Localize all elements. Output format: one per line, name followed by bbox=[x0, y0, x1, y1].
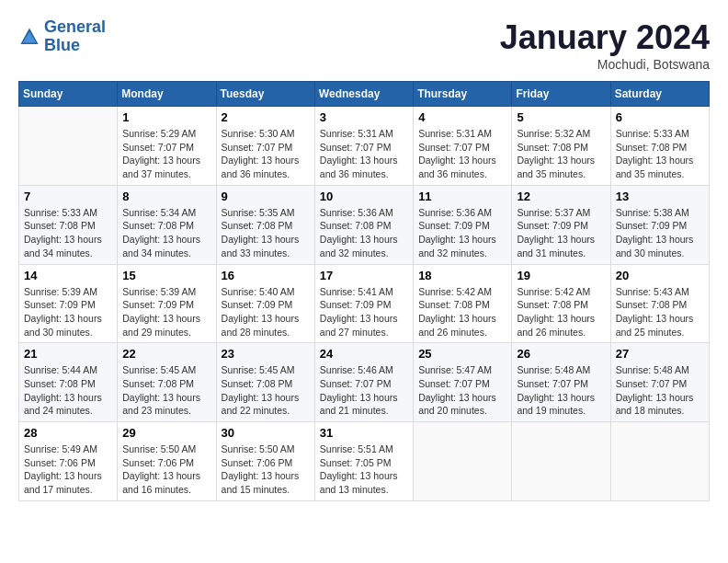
calendar-cell: 8Sunrise: 5:34 AMSunset: 7:08 PMDaylight… bbox=[118, 185, 216, 264]
day-number: 5 bbox=[517, 110, 605, 124]
day-number: 29 bbox=[122, 426, 210, 440]
day-number: 4 bbox=[418, 110, 506, 124]
day-number: 24 bbox=[320, 347, 408, 361]
day-number: 7 bbox=[24, 190, 112, 203]
logo-icon bbox=[18, 26, 40, 48]
calendar-cell bbox=[512, 422, 610, 501]
weekday-header-wednesday: Wednesday bbox=[314, 82, 413, 107]
calendar-cell: 31Sunrise: 5:51 AMSunset: 7:05 PMDayligh… bbox=[314, 422, 413, 501]
day-number: 17 bbox=[320, 269, 408, 282]
day-info: Sunrise: 5:50 AMSunset: 7:06 PMDaylight:… bbox=[222, 442, 310, 497]
day-info: Sunrise: 5:31 AMSunset: 7:07 PMDaylight:… bbox=[320, 127, 408, 181]
day-number: 19 bbox=[517, 269, 605, 282]
calendar-cell: 25Sunrise: 5:47 AMSunset: 7:07 PMDayligh… bbox=[414, 343, 512, 422]
day-number: 8 bbox=[122, 190, 210, 203]
calendar-cell: 13Sunrise: 5:38 AMSunset: 7:09 PMDayligh… bbox=[610, 185, 709, 264]
calendar-week-row: 1Sunrise: 5:29 AMSunset: 7:07 PMDaylight… bbox=[19, 107, 710, 186]
day-number: 2 bbox=[222, 110, 310, 124]
calendar-cell bbox=[19, 107, 118, 186]
day-number: 30 bbox=[222, 426, 310, 440]
calendar-cell: 26Sunrise: 5:48 AMSunset: 7:07 PMDayligh… bbox=[512, 343, 610, 422]
day-number: 13 bbox=[616, 190, 704, 203]
calendar-cell: 19Sunrise: 5:42 AMSunset: 7:08 PMDayligh… bbox=[512, 264, 610, 343]
day-number: 11 bbox=[418, 190, 506, 203]
calendar-cell: 2Sunrise: 5:30 AMSunset: 7:07 PMDaylight… bbox=[216, 107, 314, 186]
calendar-cell: 6Sunrise: 5:33 AMSunset: 7:08 PMDaylight… bbox=[610, 107, 709, 186]
day-number: 26 bbox=[517, 347, 605, 361]
day-info: Sunrise: 5:48 AMSunset: 7:07 PMDaylight:… bbox=[616, 363, 704, 418]
day-number: 28 bbox=[24, 426, 112, 440]
day-number: 31 bbox=[320, 426, 408, 440]
day-info: Sunrise: 5:50 AMSunset: 7:06 PMDaylight:… bbox=[122, 442, 210, 497]
calendar-cell: 15Sunrise: 5:39 AMSunset: 7:09 PMDayligh… bbox=[118, 264, 216, 343]
logo-text: General Blue bbox=[44, 18, 106, 55]
day-info: Sunrise: 5:33 AMSunset: 7:08 PMDaylight:… bbox=[616, 127, 704, 181]
day-info: Sunrise: 5:36 AMSunset: 7:08 PMDaylight:… bbox=[320, 206, 408, 260]
calendar-cell: 20Sunrise: 5:43 AMSunset: 7:08 PMDayligh… bbox=[610, 264, 709, 343]
calendar-cell: 29Sunrise: 5:50 AMSunset: 7:06 PMDayligh… bbox=[118, 422, 216, 501]
day-info: Sunrise: 5:30 AMSunset: 7:07 PMDaylight:… bbox=[222, 127, 310, 181]
weekday-header-row: SundayMondayTuesdayWednesdayThursdayFrid… bbox=[19, 82, 710, 107]
calendar-cell: 9Sunrise: 5:35 AMSunset: 7:08 PMDaylight… bbox=[216, 185, 314, 264]
logo-line1: General bbox=[44, 17, 106, 36]
day-number: 22 bbox=[122, 347, 210, 361]
day-info: Sunrise: 5:46 AMSunset: 7:07 PMDaylight:… bbox=[320, 363, 408, 418]
day-info: Sunrise: 5:38 AMSunset: 7:09 PMDaylight:… bbox=[616, 206, 704, 260]
calendar-cell bbox=[414, 422, 512, 501]
weekday-header-tuesday: Tuesday bbox=[216, 82, 314, 107]
day-info: Sunrise: 5:32 AMSunset: 7:08 PMDaylight:… bbox=[517, 127, 605, 181]
calendar-cell bbox=[610, 422, 709, 501]
calendar-week-row: 7Sunrise: 5:33 AMSunset: 7:08 PMDaylight… bbox=[19, 185, 710, 264]
day-number: 23 bbox=[222, 347, 310, 361]
day-info: Sunrise: 5:36 AMSunset: 7:09 PMDaylight:… bbox=[418, 206, 506, 260]
calendar-week-row: 21Sunrise: 5:44 AMSunset: 7:08 PMDayligh… bbox=[19, 343, 710, 422]
calendar-cell: 4Sunrise: 5:31 AMSunset: 7:07 PMDaylight… bbox=[414, 107, 512, 186]
day-info: Sunrise: 5:42 AMSunset: 7:08 PMDaylight:… bbox=[418, 285, 506, 339]
logo: General Blue bbox=[18, 18, 106, 55]
day-info: Sunrise: 5:40 AMSunset: 7:09 PMDaylight:… bbox=[222, 285, 310, 339]
day-number: 27 bbox=[616, 347, 704, 361]
day-number: 1 bbox=[122, 110, 210, 124]
day-info: Sunrise: 5:29 AMSunset: 7:07 PMDaylight:… bbox=[122, 127, 210, 181]
day-number: 10 bbox=[320, 190, 408, 203]
day-info: Sunrise: 5:45 AMSunset: 7:08 PMDaylight:… bbox=[122, 363, 210, 418]
day-number: 12 bbox=[517, 190, 605, 203]
day-info: Sunrise: 5:33 AMSunset: 7:08 PMDaylight:… bbox=[24, 206, 112, 260]
weekday-header-monday: Monday bbox=[118, 82, 216, 107]
calendar-cell: 10Sunrise: 5:36 AMSunset: 7:08 PMDayligh… bbox=[314, 185, 413, 264]
day-number: 14 bbox=[24, 269, 112, 282]
calendar-cell: 23Sunrise: 5:45 AMSunset: 7:08 PMDayligh… bbox=[216, 343, 314, 422]
day-number: 9 bbox=[222, 190, 310, 203]
calendar-cell: 14Sunrise: 5:39 AMSunset: 7:09 PMDayligh… bbox=[19, 264, 118, 343]
day-info: Sunrise: 5:39 AMSunset: 7:09 PMDaylight:… bbox=[24, 285, 112, 339]
calendar-cell: 18Sunrise: 5:42 AMSunset: 7:08 PMDayligh… bbox=[414, 264, 512, 343]
day-info: Sunrise: 5:34 AMSunset: 7:08 PMDaylight:… bbox=[122, 206, 210, 260]
page-header: General Blue January 2024 Mochudi, Botsw… bbox=[18, 18, 710, 72]
calendar-cell: 27Sunrise: 5:48 AMSunset: 7:07 PMDayligh… bbox=[610, 343, 709, 422]
calendar-cell: 30Sunrise: 5:50 AMSunset: 7:06 PMDayligh… bbox=[216, 422, 314, 501]
day-number: 6 bbox=[616, 110, 704, 124]
calendar-cell: 21Sunrise: 5:44 AMSunset: 7:08 PMDayligh… bbox=[19, 343, 118, 422]
month-title: January 2024 bbox=[500, 18, 710, 57]
day-number: 25 bbox=[418, 347, 506, 361]
calendar-cell: 1Sunrise: 5:29 AMSunset: 7:07 PMDaylight… bbox=[118, 107, 216, 186]
day-info: Sunrise: 5:39 AMSunset: 7:09 PMDaylight:… bbox=[122, 285, 210, 339]
day-info: Sunrise: 5:35 AMSunset: 7:08 PMDaylight:… bbox=[222, 206, 310, 260]
calendar-cell: 28Sunrise: 5:49 AMSunset: 7:06 PMDayligh… bbox=[19, 422, 118, 501]
day-info: Sunrise: 5:44 AMSunset: 7:08 PMDaylight:… bbox=[24, 363, 112, 418]
day-number: 15 bbox=[122, 269, 210, 282]
day-number: 16 bbox=[222, 269, 310, 282]
day-info: Sunrise: 5:47 AMSunset: 7:07 PMDaylight:… bbox=[418, 363, 506, 418]
calendar-table: SundayMondayTuesdayWednesdayThursdayFrid… bbox=[18, 81, 710, 501]
calendar-cell: 16Sunrise: 5:40 AMSunset: 7:09 PMDayligh… bbox=[216, 264, 314, 343]
calendar-week-row: 28Sunrise: 5:49 AMSunset: 7:06 PMDayligh… bbox=[19, 422, 710, 501]
calendar-cell: 5Sunrise: 5:32 AMSunset: 7:08 PMDaylight… bbox=[512, 107, 610, 186]
title-block: January 2024 Mochudi, Botswana bbox=[500, 18, 710, 72]
calendar-cell: 22Sunrise: 5:45 AMSunset: 7:08 PMDayligh… bbox=[118, 343, 216, 422]
calendar-week-row: 14Sunrise: 5:39 AMSunset: 7:09 PMDayligh… bbox=[19, 264, 710, 343]
day-info: Sunrise: 5:42 AMSunset: 7:08 PMDaylight:… bbox=[517, 285, 605, 339]
day-number: 18 bbox=[418, 269, 506, 282]
calendar-cell: 12Sunrise: 5:37 AMSunset: 7:09 PMDayligh… bbox=[512, 185, 610, 264]
day-info: Sunrise: 5:43 AMSunset: 7:08 PMDaylight:… bbox=[616, 285, 704, 339]
weekday-header-friday: Friday bbox=[512, 82, 610, 107]
